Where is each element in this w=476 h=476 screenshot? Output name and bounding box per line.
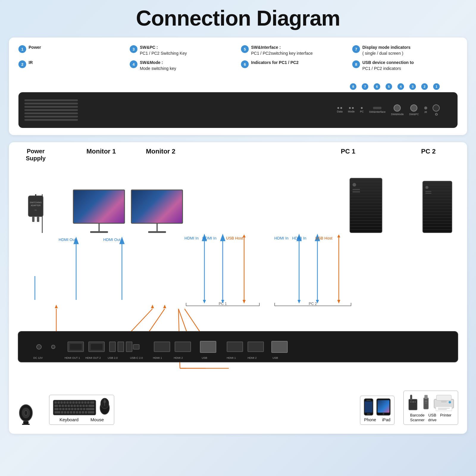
keyboard-mouse-labels: Keyboard Mouse	[60, 417, 104, 422]
svg-text:SWITCHING: SWITCHING	[30, 201, 42, 203]
svg-rect-135	[425, 401, 427, 402]
usb-drive-label: USB drive	[428, 413, 436, 422]
svg-rect-105	[70, 411, 72, 414]
legend-badge-8: 8	[352, 60, 360, 68]
monitor1-base	[90, 231, 108, 233]
legend-item-4: 4 SW&Mode : Mode switching key	[130, 60, 235, 71]
ctrl-power: ⏻	[433, 104, 440, 116]
audio-port	[51, 345, 55, 349]
pc1-hdmi1-label: HDMI 1	[153, 356, 162, 359]
legend-title-6: Indicators for PC1 / PC2	[251, 60, 298, 65]
legend-text-8: USB device connection to PC1 / PC2 indic…	[362, 60, 414, 71]
svg-rect-54	[32, 217, 35, 222]
pc2-hdmi1-port	[227, 342, 243, 352]
monitor1-label: Monitor 1	[71, 148, 131, 155]
svg-rect-119	[367, 413, 370, 415]
peripherals-box: Barcode Scanner USB drive Printer	[403, 391, 458, 425]
svg-rect-111	[88, 411, 94, 414]
pc2-hdmi-in2-label: HDMI In	[292, 236, 306, 240]
usb-drive-icon	[423, 395, 429, 411]
ctrl-swmode: SW&Mode	[391, 104, 404, 116]
svg-marker-49	[163, 305, 166, 308]
pc2-hdmi2-label: HDMI 2	[248, 356, 257, 359]
pc1-label-container: PC 1	[321, 148, 375, 155]
svg-rect-140	[438, 408, 450, 408]
pc1-tower	[350, 178, 382, 233]
svg-rect-118	[365, 401, 372, 413]
legend-text-4: SW&Mode : Mode switching key	[140, 60, 176, 71]
legend-title-4: SW&Mode :	[140, 60, 176, 66]
dc12v-port-label: DC 12V	[33, 356, 43, 359]
vent-4	[24, 109, 78, 111]
kvm-back-device-container: DC 12V HDMI OUT 1 HDMI OUT 2 USB 2.0 USB…	[18, 331, 458, 362]
svg-rect-76	[87, 401, 90, 404]
legend-badge-4: 4	[130, 60, 137, 68]
dev-num-6: 6	[374, 83, 380, 90]
kvm-controls: Data Mode PC SW&Interface	[337, 104, 440, 116]
usb-ports	[109, 342, 132, 352]
legend-desc-3: PC1 / PC2 Switching Key	[140, 51, 187, 57]
legend-item-7: 7 Display mode indicators ( single / dua…	[352, 45, 458, 56]
svg-rect-136	[425, 403, 427, 403]
svg-rect-83	[71, 405, 73, 407]
svg-rect-70	[69, 401, 72, 404]
pc1-hdmi-in1-label: HDMI In	[184, 236, 199, 240]
legend-title-8: USB device connection to	[362, 60, 414, 66]
phone-icon	[364, 398, 373, 416]
svg-rect-92	[62, 408, 65, 410]
svg-rect-117	[366, 400, 371, 401]
devices-row: SWITCHING ADAPTER UL	[18, 159, 458, 233]
pc2-hdmi-in1-label: HDMI In	[274, 236, 289, 240]
pc1-usb-label: USB	[202, 356, 207, 359]
svg-point-61	[24, 411, 28, 415]
printer-icon	[433, 395, 454, 411]
ctrl-ir: IR	[424, 107, 427, 114]
keyboard-label: Keyboard	[60, 417, 79, 422]
ipad-label: iPad	[382, 417, 390, 422]
svg-text:UL: UL	[35, 209, 37, 211]
dev-num-7: 7	[362, 83, 368, 90]
keyboard-icon	[53, 400, 96, 415]
svg-marker-48	[151, 305, 154, 308]
accessories-row: Keyboard Mouse	[18, 391, 458, 425]
svg-rect-94	[68, 408, 71, 410]
svg-point-115	[104, 400, 106, 403]
legend-badge-2: 2	[18, 60, 26, 68]
legend-item-2: 2 IR	[18, 60, 124, 71]
svg-rect-108	[79, 411, 81, 414]
svg-rect-86	[79, 405, 82, 407]
ctrl-swmode-label: SW&Mode	[391, 113, 404, 116]
svg-marker-42	[221, 300, 224, 303]
svg-text:PC 1: PC 1	[219, 302, 227, 306]
kvm-back-device: DC 12V HDMI OUT 1 HDMI OUT 2 USB 2.0 USB…	[18, 331, 458, 362]
mouse-icon	[99, 397, 110, 415]
svg-rect-67	[60, 401, 63, 404]
svg-rect-66	[57, 401, 60, 404]
pc2-label-container: PC 2	[399, 148, 458, 155]
bottom-panel: PC 1 PC 2 Power Supply Mo	[9, 142, 467, 434]
svg-rect-90	[54, 408, 59, 410]
phone-ipad-row	[364, 398, 391, 416]
usbc-port-label: USB-C 2.0	[130, 356, 143, 359]
vent-7	[24, 119, 78, 121]
pc2-usb-host-label: USB Host	[315, 236, 332, 240]
vent-5	[24, 112, 78, 114]
legend-badge-5: 5	[241, 45, 249, 53]
monitor1-stand	[98, 224, 100, 231]
svg-rect-109	[82, 411, 84, 414]
pc2-hdmi1-label: HDMI 1	[227, 356, 236, 359]
ipad-icon	[376, 398, 391, 416]
monitor2-base	[148, 231, 166, 233]
svg-rect-143	[441, 401, 447, 403]
peripherals-row	[407, 393, 454, 411]
ctrl-power-label: ⏻	[435, 113, 438, 116]
mouse-label: Mouse	[90, 417, 104, 422]
legend-text-1: Power	[29, 45, 41, 51]
printer-label: Printer	[440, 413, 451, 417]
vent-6	[24, 116, 78, 118]
phone-ipad-labels: Phone iPad	[364, 417, 391, 422]
usb20-port-label: USB 2.0	[108, 356, 118, 359]
svg-rect-96	[74, 408, 76, 410]
ctrl-swpc: SW&PC	[409, 104, 419, 116]
svg-rect-78	[54, 405, 58, 407]
